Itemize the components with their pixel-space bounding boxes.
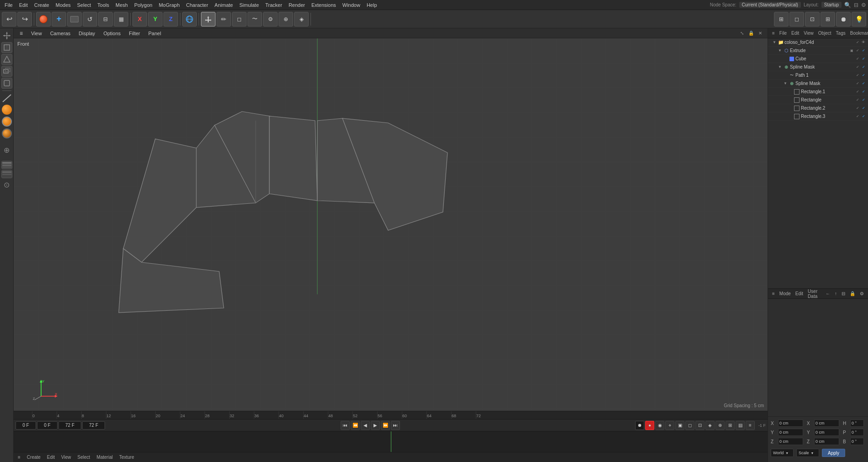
vp-expand-icon[interactable]: ⤡ [738, 30, 746, 37]
node-space-value[interactable]: Current (Standard/Physical) [739, 2, 801, 8]
effector-button[interactable]: ⊕ [279, 12, 293, 27]
sidebar-layers-2[interactable] [1, 170, 12, 178]
attr-panel-menu-icon[interactable]: ≡ [771, 291, 776, 297]
menu-render[interactable]: Render [286, 1, 308, 9]
filter-icon[interactable]: ⊟ [854, 2, 858, 8]
sidebar-ring-tool[interactable]: ⊙ [1, 179, 12, 190]
menu-select[interactable]: Select [74, 1, 94, 9]
vis-check-sm2[interactable]: ✓ [855, 81, 860, 86]
vp-menu-view[interactable]: View [29, 30, 44, 37]
attr-user-data-menu[interactable]: User Data [806, 288, 821, 299]
objects-mode-button[interactable] [67, 12, 82, 27]
record-pos-button[interactable]: ◉ [655, 421, 664, 430]
tree-item-extrude[interactable]: ▼ ⬡ Extrude ▣ ✓ ✓ [768, 47, 868, 55]
auto-record-button[interactable]: ⏺ [635, 421, 644, 430]
coord-h-input[interactable] [850, 420, 864, 427]
obj-panel-tags-menu[interactable]: Tags [835, 30, 847, 36]
x-axis-button[interactable]: X [132, 12, 147, 27]
coord-y2-input[interactable] [814, 429, 839, 436]
pen-tool-button[interactable]: ✏ [216, 12, 231, 27]
z-axis-button[interactable]: Z [163, 12, 178, 27]
material-create-menu[interactable]: Create [26, 454, 42, 460]
frame-start-input-2[interactable] [37, 421, 58, 430]
search-icon[interactable]: 🔍 [844, 2, 851, 8]
attr-up-icon[interactable]: ↑ [833, 291, 838, 297]
grid-button[interactable]: ▦ [114, 12, 128, 27]
settings-icon[interactable]: ⚙ [861, 2, 866, 8]
menu-help[interactable]: Help [364, 1, 380, 9]
vp-menu-filter[interactable]: Filter [126, 30, 142, 37]
obj-panel-file-menu[interactable]: File [778, 30, 788, 36]
material-select-menu[interactable]: Select [76, 454, 92, 460]
tree-item-rect2[interactable]: ▷ Rectangle.2 ✓ ✓ [768, 104, 868, 112]
menu-mesh[interactable]: Mesh [113, 1, 131, 9]
play-forward-button[interactable]: ⏩ [381, 421, 390, 430]
vis-eye-r[interactable]: ✓ [861, 97, 866, 103]
render-button[interactable]: ⏺ [836, 12, 851, 27]
add-button[interactable]: + [52, 12, 66, 27]
play-back-button[interactable]: ◀ [361, 421, 370, 430]
vis-check-coloso[interactable]: ✓ [855, 40, 860, 45]
world-dropdown[interactable]: World ▼ [771, 449, 794, 457]
loop-button[interactable]: ↺ [83, 12, 97, 27]
points-mode-button[interactable] [36, 12, 51, 27]
obj-panel-menu-icon[interactable]: ≡ [771, 30, 776, 36]
menu-simulate[interactable]: Simulate [237, 1, 262, 9]
tree-item-rect[interactable]: ▷ Rectangle ✓ ✓ [768, 96, 868, 104]
record-key-button[interactable]: ⋄ [665, 421, 674, 430]
tree-item-spline-mask-1[interactable]: ▼ ⊕ Spline Mask ✓ ✓ [768, 63, 868, 71]
goto-end-button[interactable]: ⏭ [391, 421, 400, 430]
frame-end-input[interactable] [82, 421, 105, 430]
vis-eye-path1[interactable]: ✓ [861, 73, 866, 78]
vp-menu-display[interactable]: Display [76, 30, 97, 37]
sidebar-tool-1[interactable] [1, 42, 12, 53]
vis-check-sm1[interactable]: ✓ [855, 64, 860, 70]
tree-item-rect1[interactable]: ▷ Rectangle.1 ✓ ✓ [768, 88, 868, 96]
tree-item-rect3[interactable]: ▷ Rectangle.3 ✓ ✓ [768, 112, 868, 121]
menu-tracker[interactable]: Tracker [263, 1, 285, 9]
tree-item-cube[interactable]: ▷ Cube ✓ ✓ [768, 55, 868, 63]
vis-eye-extrude[interactable]: ✓ [861, 48, 866, 53]
vis-check-path1[interactable]: ✓ [855, 73, 860, 78]
obj-panel-view-menu[interactable]: View [802, 30, 815, 36]
vis-eye-cube[interactable]: ✓ [861, 56, 866, 62]
material-material-menu[interactable]: Material [95, 454, 114, 460]
menu-tools[interactable]: Tools [95, 1, 112, 9]
attr-back-icon[interactable]: ← [824, 291, 831, 297]
material-texture-menu[interactable]: Texture [118, 454, 136, 460]
coord-z2-input[interactable] [814, 438, 839, 445]
attr-mode-menu[interactable]: Mode [778, 291, 792, 297]
world-space-button[interactable] [182, 12, 197, 27]
timeline-button[interactable]: ⊞ [774, 12, 789, 27]
menu-animate[interactable]: Animate [212, 1, 236, 9]
sidebar-sphere-1[interactable] [2, 105, 12, 115]
apply-button[interactable]: Apply [822, 449, 845, 457]
menu-edit[interactable]: Edit [16, 1, 31, 9]
coord-y1-input[interactable] [778, 429, 803, 436]
scale-dropdown[interactable]: Scale ▼ [796, 449, 819, 457]
tree-item-coloso[interactable]: ▼ 📁 coloso_forC4d ✓ 👁 [768, 38, 868, 47]
timeline-track[interactable] [14, 431, 768, 452]
vp-menu-panel[interactable]: Panel [146, 30, 163, 37]
vis-eye-r2[interactable]: ✓ [861, 106, 866, 111]
vis-check-cube[interactable]: ✓ [855, 56, 860, 62]
vp-lock-icon[interactable]: 🔒 [747, 30, 755, 37]
sidebar-tool-0[interactable] [1, 30, 12, 41]
menu-extensions[interactable]: Extensions [309, 1, 339, 9]
vp-menu-cameras[interactable]: Cameras [48, 30, 73, 37]
obj-panel-edit-menu[interactable]: Edit [790, 30, 800, 36]
menu-mograph[interactable]: MoGraph [156, 1, 183, 9]
display-button[interactable]: ⊡ [805, 12, 820, 27]
record-opt4-button[interactable]: ⊞ [726, 421, 735, 430]
prev-frame-button[interactable]: ⏪ [351, 421, 360, 430]
record-all-button[interactable]: ▣ [675, 421, 684, 430]
coord-z1-input[interactable] [778, 438, 803, 445]
attr-lock-icon[interactable]: 🔒 [848, 291, 857, 297]
viewport-canvas[interactable]: Front [14, 38, 768, 411]
redo-button[interactable]: ↪ [17, 12, 32, 27]
play-button[interactable]: ▶ [371, 421, 380, 430]
deform-tool-button[interactable]: ⚙ [263, 12, 278, 27]
record-opt3-button[interactable]: ⊕ [715, 421, 725, 430]
snap-button[interactable]: ⊟ [98, 12, 113, 27]
sidebar-layers-1[interactable] [1, 161, 12, 169]
